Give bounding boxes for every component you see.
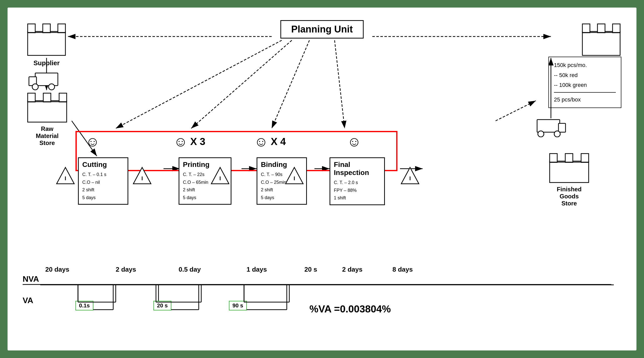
svg-line-13 — [191, 40, 292, 128]
finished-goods-factory-icon — [547, 151, 591, 184]
inventory-printing-binding: I — [210, 166, 230, 187]
raw-material-store: RawMaterialStore — [25, 91, 69, 147]
supplier-factory-icon — [25, 21, 68, 57]
truck-icon — [28, 72, 60, 91]
svg-rect-61 — [558, 123, 566, 132]
operator-printing-multiplier: X 3 — [190, 136, 205, 147]
supplier-block: Supplier — [25, 21, 68, 67]
finished-goods-store: FinishedGoodsStore — [547, 151, 591, 207]
svg-text:I: I — [219, 175, 221, 182]
svg-rect-7 — [597, 24, 605, 33]
final-inspection-process-details: C. T. – 2.0 sFPY – 88%1 shift — [334, 179, 381, 202]
nva-time-3: 0.5 day — [179, 266, 201, 273]
svg-point-62 — [538, 131, 544, 137]
customer-truck — [535, 118, 567, 138]
customer-info-box: 150k pcs/mo. -- 50k red -- 100k green 25… — [548, 57, 621, 108]
inventory-triangle-icon-4: I — [284, 166, 304, 186]
svg-point-63 — [554, 131, 560, 137]
svg-rect-5 — [582, 31, 620, 55]
nva-time-4: 1 days — [247, 266, 267, 273]
svg-rect-58 — [581, 154, 589, 162]
inventory-triangle-icon-2: I — [132, 166, 152, 186]
final-inspection-process-box: FinalInspection C. T. – 2.0 sFPY – 88%1 … — [330, 157, 385, 205]
svg-line-24 — [496, 101, 536, 121]
svg-text:I: I — [141, 175, 143, 182]
operator-binding-icon: ☺ — [254, 133, 268, 150]
customer-info-line1: 150k pcs/mo. — [554, 60, 616, 70]
svg-rect-8 — [613, 24, 620, 33]
finished-goods-label: FinishedGoodsStore — [547, 186, 591, 207]
nva-timeline-line — [40, 284, 614, 285]
final-inspection-process-name: FinalInspection — [334, 161, 381, 177]
va-time-box-1: 0.1s — [75, 301, 93, 310]
inventory-before-cutting: I — [55, 166, 75, 187]
svg-rect-41 — [28, 93, 35, 102]
raw-material-label: RawMaterialStore — [25, 125, 69, 147]
svg-rect-2 — [43, 24, 50, 33]
svg-text:I: I — [65, 175, 66, 182]
customer-info-separator — [554, 92, 616, 93]
customer-info-line3: -- 100k green — [554, 80, 616, 90]
inventory-triangle-icon-5: I — [400, 166, 420, 186]
svg-point-39 — [49, 84, 55, 90]
svg-rect-40 — [28, 101, 67, 122]
svg-rect-36 — [35, 73, 58, 86]
nva-label: NVA — [23, 274, 39, 284]
svg-point-38 — [32, 84, 38, 90]
svg-line-15 — [335, 40, 345, 128]
svg-rect-0 — [28, 31, 65, 55]
va-time-box-3: 90 s — [229, 301, 247, 310]
svg-line-12 — [116, 40, 282, 128]
svg-rect-60 — [537, 120, 560, 132]
nva-time-2: 2 days — [116, 266, 136, 273]
va-percent: %VA =0.003804% — [309, 303, 391, 315]
inventory-triangle-icon: I — [55, 166, 75, 186]
svg-rect-56 — [550, 154, 557, 162]
svg-rect-42 — [43, 93, 51, 102]
operator-binding: ☺ X 4 — [254, 133, 286, 150]
svg-text:I: I — [409, 175, 411, 182]
svg-rect-3 — [58, 24, 65, 33]
supplier-label: Supplier — [25, 59, 68, 67]
inventory-triangle-icon-3: I — [210, 166, 230, 186]
svg-text:I: I — [294, 175, 295, 182]
operator-printing: ☺ X 3 — [174, 133, 205, 150]
svg-line-14 — [272, 40, 309, 128]
cutting-process-name: Cutting — [82, 161, 124, 169]
nva-time-5: 20 s — [304, 266, 317, 273]
va-time-box-2: 20 s — [153, 301, 171, 310]
inventory-cutting-printing: I — [132, 166, 152, 187]
customer-truck-icon — [535, 118, 567, 137]
customer-info-line2: -- 50k red — [554, 70, 616, 80]
va-label: VA — [23, 296, 33, 305]
operator-cutting: ☺ — [86, 133, 100, 150]
cutting-process-box: Cutting C. T. – 0.1 sC.O – nil2 shift5 d… — [78, 157, 128, 205]
nva-time-6: 2 days — [342, 266, 363, 273]
supplier-truck — [28, 72, 60, 92]
customer-info-line4: 25 pcs/box — [554, 95, 616, 105]
nva-time-1: 20 days — [45, 266, 69, 273]
cutting-process-details: C. T. – 0.1 sC.O – nil2 shift5 days — [82, 171, 124, 201]
nva-time-7: 8 days — [392, 266, 413, 273]
svg-rect-1 — [28, 24, 35, 33]
svg-rect-57 — [565, 154, 573, 162]
svg-rect-6 — [582, 24, 590, 33]
operator-printing-icon: ☺ — [174, 133, 188, 150]
inventory-binding-final: I — [284, 166, 304, 187]
svg-rect-55 — [550, 161, 589, 183]
raw-material-factory-icon — [25, 91, 69, 123]
planning-unit-label: Planning Unit — [291, 24, 353, 34]
operator-binding-multiplier: X 4 — [271, 136, 286, 147]
inventory-final-finished: I — [400, 166, 420, 187]
planning-unit-box: Planning Unit — [280, 20, 364, 39]
customer-factory-icon — [580, 21, 623, 57]
operator-final-inspection: ☺ — [347, 133, 361, 150]
svg-rect-43 — [59, 93, 67, 102]
